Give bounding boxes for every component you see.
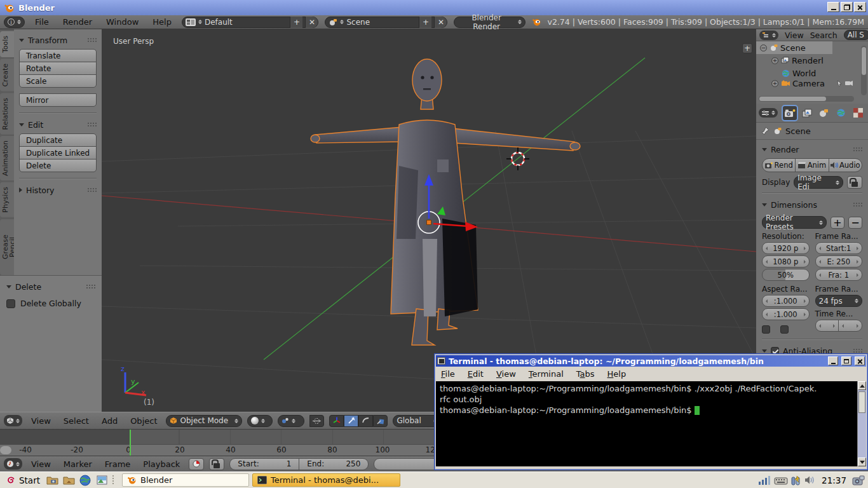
- panel-header-dimensions[interactable]: Dimensions: [762, 198, 862, 212]
- layout-selector[interactable]: Default + ✕: [182, 17, 319, 28]
- pin-icon[interactable]: [761, 126, 770, 135]
- terminal-menu-file[interactable]: File: [441, 369, 455, 379]
- frame-end-field[interactable]: E: 250: [815, 255, 863, 268]
- outliner-menu-search[interactable]: Search: [810, 30, 837, 40]
- scroll-up-button[interactable]: [858, 381, 866, 390]
- playhead[interactable]: [130, 430, 131, 456]
- panel-header-render[interactable]: Render: [762, 142, 862, 156]
- menu-help[interactable]: Help: [149, 17, 175, 27]
- tab-render[interactable]: [782, 105, 797, 121]
- terminal-menu-help[interactable]: Help: [607, 369, 627, 379]
- tab-relations[interactable]: Relations: [0, 93, 14, 135]
- delete-layout-button[interactable]: ✕: [305, 17, 318, 28]
- panel-header-history[interactable]: History: [19, 183, 97, 197]
- add-scene-button[interactable]: +: [419, 17, 431, 28]
- menu-window[interactable]: Window: [102, 17, 142, 27]
- terminal-menu-tabs[interactable]: Tabs: [576, 369, 595, 379]
- tab-world[interactable]: [833, 105, 848, 121]
- editor-type-info-button[interactable]: i: [4, 17, 25, 28]
- manipulator-scale-toggle[interactable]: [373, 415, 388, 427]
- scroll-down-button[interactable]: [858, 458, 866, 466]
- resolution-x-field[interactable]: 1920 p: [762, 242, 810, 254]
- panel-header-transform[interactable]: Transform: [19, 33, 97, 47]
- render-presets-dropdown[interactable]: Render Presets: [762, 216, 827, 229]
- time-remap-old-field[interactable]: [815, 320, 839, 332]
- network-signal-icon[interactable]: [758, 475, 771, 485]
- outliner-hscrollbar[interactable]: [759, 96, 854, 102]
- panel-header-delete[interactable]: Delete: [6, 280, 95, 294]
- menu-file[interactable]: File: [31, 17, 53, 27]
- manipulator-translate-toggle[interactable]: [344, 415, 358, 427]
- tab-texture[interactable]: [850, 105, 865, 121]
- manipulator-toggle[interactable]: [329, 415, 344, 427]
- launcher-browser[interactable]: [79, 473, 92, 487]
- object-menu[interactable]: Object: [126, 416, 161, 426]
- outliner-item-renderlayers[interactable]: + Renderl: [756, 54, 868, 67]
- remove-preset-button[interactable]: −: [848, 217, 862, 229]
- collapse-icon[interactable]: −: [760, 44, 767, 51]
- delete-button[interactable]: Delete: [19, 159, 97, 172]
- manipulator-rotate-toggle[interactable]: [358, 415, 373, 427]
- volume-icon[interactable]: [804, 475, 816, 485]
- tab-physics[interactable]: Physics: [0, 182, 14, 217]
- editor-type-timeline-button[interactable]: [4, 458, 22, 470]
- tab-tools[interactable]: Tools: [0, 31, 14, 57]
- tab-scene[interactable]: [817, 105, 832, 121]
- terminal-window[interactable]: Terminal - thomas@debian-laptop: ~/Progr…: [434, 353, 868, 470]
- record-button[interactable]: [189, 458, 204, 470]
- render-audio-button[interactable]: Audio: [829, 158, 862, 172]
- duplicate-button[interactable]: Duplicate: [19, 133, 97, 147]
- time-remap-new-field[interactable]: [838, 320, 862, 332]
- launcher-image-viewer[interactable]: [95, 473, 109, 487]
- expand-icon[interactable]: +: [771, 57, 778, 64]
- outliner-item-scene[interactable]: − Scene: [756, 41, 832, 54]
- frame-start-field[interactable]: Start: 1: [229, 458, 299, 470]
- launcher-screenshot-folder[interactable]: [46, 473, 59, 487]
- terminal-close-button[interactable]: [855, 356, 865, 365]
- add-menu[interactable]: Add: [98, 416, 121, 426]
- timeline-menu-frame[interactable]: Frame: [101, 459, 135, 469]
- launcher-home-folder[interactable]: [62, 473, 76, 487]
- duplicate-linked-button[interactable]: Duplicate Linked: [19, 146, 97, 159]
- frame-end-field[interactable]: End: 250: [299, 458, 369, 470]
- border-checkbox[interactable]: [762, 325, 770, 334]
- expand-icon[interactable]: +: [771, 80, 778, 87]
- view-menu[interactable]: View: [27, 416, 55, 426]
- minimize-button[interactable]: [827, 2, 839, 12]
- terminal-maximize-button[interactable]: [841, 356, 851, 365]
- outliner-scope-dropdown[interactable]: All S: [844, 30, 868, 40]
- terminal-menu-view[interactable]: View: [496, 369, 516, 379]
- scale-button[interactable]: Scale: [19, 74, 97, 88]
- mode-dropdown[interactable]: Object Mode: [166, 415, 242, 427]
- shading-dropdown[interactable]: [247, 415, 273, 427]
- frame-start-field[interactable]: Start:1: [815, 242, 863, 254]
- terminal-output[interactable]: thomas@debian-laptop:~/Programming/loadg…: [436, 381, 857, 466]
- scroll-thumb[interactable]: [858, 391, 865, 413]
- outliner-menu-view[interactable]: View: [785, 30, 804, 40]
- editor-type-3dview-button[interactable]: [4, 415, 22, 426]
- rotate-button[interactable]: Rotate: [19, 62, 97, 75]
- task-button-blender[interactable]: Blender: [122, 473, 249, 487]
- editor-type-outliner-button[interactable]: [759, 30, 778, 40]
- start-button[interactable]: Start: [3, 475, 43, 485]
- task-button-terminal[interactable]: Terminal - thomas@debi...: [252, 473, 400, 487]
- editor-type-properties-button[interactable]: [759, 108, 778, 118]
- aspect-y-field[interactable]: :1.000: [762, 308, 810, 320]
- terminal-menu-edit[interactable]: Edit: [468, 369, 484, 379]
- add-preset-button[interactable]: +: [831, 217, 844, 229]
- aspect-x-field[interactable]: :1.000: [762, 295, 810, 307]
- render-still-button[interactable]: Rend: [762, 158, 796, 172]
- proportional-edit-toggle[interactable]: [309, 415, 324, 427]
- menu-render[interactable]: Render: [59, 17, 96, 27]
- timeline-scroll-cap[interactable]: [0, 446, 11, 454]
- crop-checkbox[interactable]: [780, 325, 789, 334]
- tab-create[interactable]: Create: [0, 59, 14, 92]
- tab-render-layers[interactable]: [799, 105, 815, 121]
- tab-grease-pencil[interactable]: Grease Pencil: [0, 219, 14, 275]
- keyboard-icon[interactable]: [774, 476, 788, 485]
- terminal-minimize-button[interactable]: [828, 356, 838, 365]
- battery-icon[interactable]: [791, 475, 801, 485]
- frame-step-field[interactable]: Fra: 1: [815, 269, 863, 281]
- display-dropdown[interactable]: Image Edi: [794, 176, 843, 189]
- timeline-menu-marker[interactable]: Marker: [60, 459, 96, 469]
